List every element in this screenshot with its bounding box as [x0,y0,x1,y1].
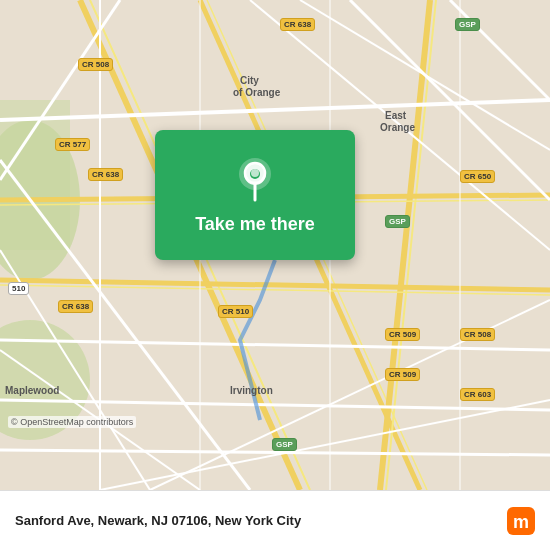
badge-cr509-top: CR 509 [385,328,420,341]
map-label-irvington: Irvington [230,385,273,396]
map-label-east-orange: East [385,110,406,121]
bottom-bar: Sanford Ave, Newark, NJ 07106, New York … [0,490,550,550]
badge-cr638-top: CR 638 [280,18,315,31]
badge-cr638-mid: CR 638 [88,168,123,181]
address-text: Sanford Ave, Newark, NJ 07106, New York … [15,513,507,528]
badge-510: 510 [8,282,29,295]
badge-gsp-mid: GSP [385,215,410,228]
moovit-logo: m [507,507,535,535]
svg-text:m: m [513,512,529,532]
badge-cr508-top: CR 508 [78,58,113,71]
cta-button[interactable]: Take me there [155,130,355,260]
badge-cr603: CR 603 [460,388,495,401]
badge-cr650: CR 650 [460,170,495,183]
map: City of Orange East Orange Irvington Map… [0,0,550,490]
badge-cr577: CR 577 [55,138,90,151]
cta-label: Take me there [195,214,315,235]
app-container: City of Orange East Orange Irvington Map… [0,0,550,550]
badge-gsp-top: GSP [455,18,480,31]
map-label-city-of-orange-2: of Orange [233,87,280,98]
location-pin-icon [235,156,275,206]
badge-cr508-bot: CR 508 [460,328,495,341]
map-label-maplewood: Maplewood [5,385,59,396]
badge-gsp-bot: GSP [272,438,297,451]
moovit-logo-icon: m [507,507,535,535]
badge-cr638-low: CR 638 [58,300,93,313]
map-label-city-of-orange: City [240,75,259,86]
badge-cr510: CR 510 [218,305,253,318]
svg-point-36 [251,169,259,177]
badge-cr509-bot: CR 509 [385,368,420,381]
osm-credit: © OpenStreetMap contributors [8,416,136,428]
map-label-east-orange-2: Orange [380,122,415,133]
